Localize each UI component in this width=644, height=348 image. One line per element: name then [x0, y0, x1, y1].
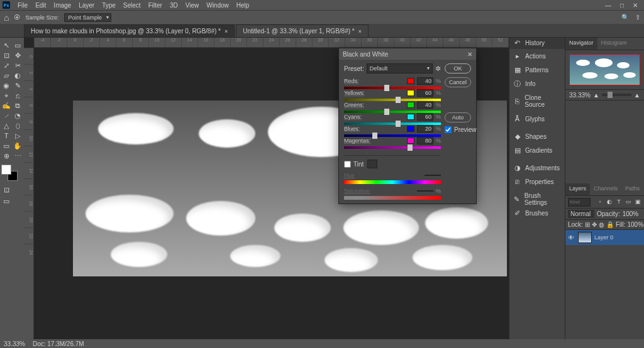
histogram-tab[interactable]: Histogram [597, 38, 631, 50]
zoom-slider[interactable] [602, 94, 631, 96]
panel-shapes[interactable]: ◆Shapes [509, 129, 565, 143]
tool-icon[interactable]: ◐ [13, 70, 23, 80]
lock-icon[interactable]: 🔒 [606, 221, 614, 228]
preset-dropdown[interactable]: Default [367, 63, 433, 73]
layers-tab[interactable]: Layers [565, 183, 590, 195]
color-swatches[interactable] [1, 165, 18, 181]
tool-icon[interactable]: ✥ [13, 50, 23, 60]
paths-tab[interactable]: Paths [621, 183, 643, 195]
blend-mode-dropdown[interactable]: Normal [568, 210, 594, 218]
slider-handle[interactable] [384, 85, 389, 91]
vertical-ruler[interactable]: 024681012141618202224 [24, 48, 34, 339]
close-icon[interactable]: ✕ [467, 51, 472, 58]
slider-value-input[interactable]: 40 [417, 77, 433, 85]
tool-icon[interactable]: ▭ [13, 40, 23, 50]
channels-tab[interactable]: Channels [590, 183, 621, 195]
slider-value-input[interactable]: 60 [417, 113, 433, 121]
tint-checkbox[interactable]: Tint [344, 161, 364, 168]
panel-properties[interactable]: ⎚Properties [509, 175, 565, 188]
navigator-tab[interactable]: Navigator [565, 38, 597, 50]
cancel-button[interactable]: Cancel [445, 77, 471, 87]
layer-row[interactable]: 👁 Layer 0 [565, 230, 644, 245]
tool-icon[interactable]: ✋ [13, 141, 23, 151]
close-window-button[interactable]: ✕ [633, 2, 638, 9]
panel-gradients[interactable]: ▤Gradients [509, 143, 565, 157]
dialog-titlebar[interactable]: Black and White ✕ [339, 48, 476, 60]
panel-info[interactable]: ⓘInfo [509, 77, 565, 90]
navigator-thumbnail[interactable] [569, 54, 640, 85]
slider-value-input[interactable]: 20 [417, 125, 433, 133]
menu-type[interactable]: Type [98, 2, 119, 9]
filter-smart-icon[interactable]: ▣ [634, 198, 641, 206]
lock-all-icon[interactable]: ⊞ [585, 221, 590, 228]
tool-icon[interactable]: ◔ [13, 111, 23, 121]
slider-handle[interactable] [396, 97, 401, 103]
menu-select[interactable]: Select [119, 2, 145, 9]
search-icon[interactable]: 🔍 [621, 14, 629, 21]
history-panel-tab[interactable]: ↶ History [509, 38, 565, 49]
quick-mask-icon[interactable]: ⊡ [1, 185, 11, 195]
status-zoom[interactable]: 33.33% [4, 340, 25, 347]
tool-icon[interactable]: ⋯ [13, 151, 23, 161]
tool-icon[interactable]: ⟋ [1, 111, 11, 121]
maximize-button[interactable]: □ [620, 2, 624, 9]
menu-layer[interactable]: Layer [75, 2, 98, 9]
panel-glyphs[interactable]: ÃGlyphs [509, 112, 565, 126]
slider-handle[interactable] [396, 121, 401, 127]
panel-brush-settings[interactable]: ✎Brush Settings [509, 192, 565, 206]
layer-filter-input[interactable] [568, 198, 591, 207]
tool-icon[interactable]: ⌖ [1, 90, 11, 101]
minimize-button[interactable]: — [605, 2, 611, 9]
menu-view[interactable]: View [182, 2, 203, 9]
auto-button[interactable]: Auto [445, 112, 471, 122]
foreground-color-swatch[interactable] [1, 165, 11, 175]
lock-pixels-icon[interactable]: ◍ [599, 221, 604, 228]
close-icon[interactable]: × [358, 28, 362, 35]
tool-icon[interactable]: ⊕ [1, 151, 11, 161]
menu-3d[interactable]: 3D [166, 2, 182, 9]
panel-brushes[interactable]: ✐Brushes [509, 206, 565, 220]
menu-edit[interactable]: Edit [31, 2, 50, 9]
slider-track[interactable] [344, 111, 441, 113]
layer-name[interactable]: Layer 0 [594, 234, 613, 241]
fill-value[interactable]: 100% [627, 221, 643, 228]
tool-icon[interactable]: ⬯ [13, 121, 23, 131]
slider-track[interactable] [344, 122, 441, 125]
tool-icon[interactable]: ✎ [13, 80, 23, 90]
tool-icon[interactable]: ▷ [13, 131, 23, 141]
tool-icon[interactable]: ⊡ [1, 50, 11, 60]
panel-patterns[interactable]: ▦Patterns [509, 63, 565, 77]
layer-thumbnail[interactable] [578, 232, 592, 243]
tool-icon[interactable]: ⤢ [1, 60, 11, 70]
zoom-out-icon[interactable]: ▲ [593, 92, 599, 99]
filter-adjust-icon[interactable]: ◐ [606, 198, 613, 206]
document-tab-inactive[interactable]: Untitled-1 @ 33.3% (Layer 1, RGB/8#) *× [236, 24, 369, 37]
screen-mode-icon[interactable]: ▭ [1, 196, 11, 206]
sample-size-dropdown[interactable]: Point Sample [64, 13, 112, 22]
zoom-in-icon[interactable]: ▲ [634, 92, 640, 99]
slider-track[interactable] [344, 146, 441, 149]
filter-type-icon[interactable]: T [615, 198, 623, 206]
menu-help[interactable]: Help [233, 2, 253, 9]
tool-icon[interactable]: T [1, 131, 11, 141]
tool-icon[interactable]: ✂ [13, 60, 23, 70]
slider-handle[interactable] [408, 144, 413, 151]
tool-icon[interactable]: ▭ [1, 141, 11, 151]
ok-button[interactable]: OK [445, 63, 471, 73]
horizontal-ruler[interactable]: -4-2024681012141618202224262830323436384… [34, 38, 509, 48]
slider-handle[interactable] [372, 133, 377, 139]
slider-track[interactable] [344, 134, 441, 137]
tool-icon[interactable]: ◉ [1, 80, 11, 90]
home-icon[interactable]: ⌂ [4, 13, 9, 23]
tool-preset-icon[interactable]: ⦿ [14, 14, 20, 21]
slider-track[interactable] [344, 87, 441, 89]
filter-shape-icon[interactable]: ▭ [625, 198, 632, 206]
tool-icon[interactable]: ⧉ [13, 101, 23, 111]
slider-track[interactable] [344, 99, 441, 101]
tool-icon[interactable]: ↖ [1, 40, 11, 50]
tool-icon[interactable]: ⎌ [13, 90, 23, 101]
slider-value-input[interactable]: 60 [417, 89, 433, 97]
menu-window[interactable]: Window [203, 2, 233, 9]
lock-position-icon[interactable]: ✥ [592, 221, 597, 228]
panel-clone-source[interactable]: ⎘Clone Source [509, 94, 565, 108]
